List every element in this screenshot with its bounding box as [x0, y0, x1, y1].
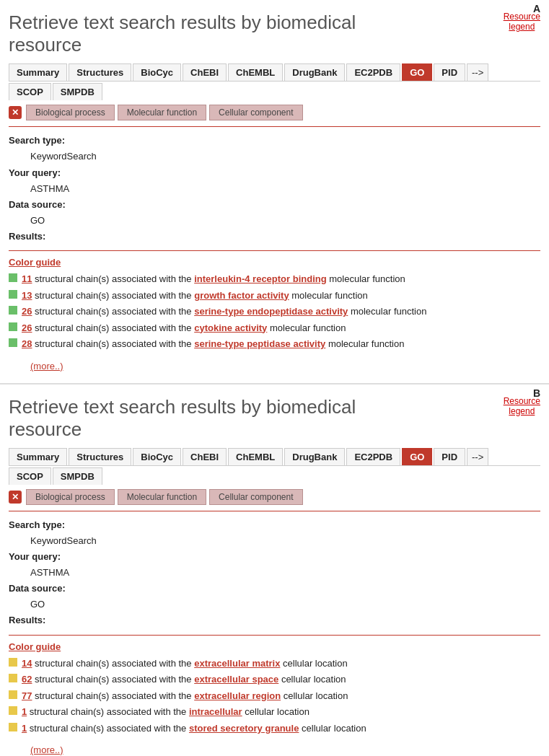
tab-bar-b: Summary Structures BioCyc ChEBI ChEMBL D… [9, 448, 540, 466]
result-count-b-1[interactable]: 62 [22, 674, 32, 685]
tab-drugbank-b[interactable]: DrugBank [284, 448, 345, 465]
result-after-a-1: molecular function [289, 290, 368, 301]
result-before-a-4: structural chain(s) associated with the [32, 338, 194, 349]
result-link-a-4[interactable]: serine-type peptidase activity [194, 338, 325, 349]
color-square-b-3 [9, 706, 17, 715]
tab-drugbank-a[interactable]: DrugBank [284, 63, 345, 81]
info-block-b: Search type: KeywordSearch Your query: A… [9, 517, 540, 629]
tab-chebi-b[interactable]: ChEBI [183, 448, 227, 465]
result-item-a-1: 13 structural chain(s) associated with t… [9, 289, 540, 303]
result-link-b-2[interactable]: extracellular region [194, 690, 281, 701]
close-subtabs-b[interactable]: ✕ [9, 491, 22, 504]
sub-tab-mol-function-b[interactable]: Molecular function [118, 489, 206, 505]
tab-go-a[interactable]: GO [402, 63, 432, 81]
sub-tab-bio-process-a[interactable]: Biological process [26, 105, 115, 120]
results-label-a: Results: [9, 231, 45, 242]
result-count-a-0[interactable]: 11 [22, 273, 32, 284]
result-after-a-3: molecular function [267, 322, 346, 333]
tab-ec2pdb-a[interactable]: EC2PDB [346, 63, 400, 81]
result-link-a-0[interactable]: interleukin-4 receptor binding [194, 273, 326, 284]
tab-chembl-b[interactable]: ChEMBL [228, 448, 283, 465]
sub-tab-mol-function-a[interactable]: Molecular function [118, 105, 206, 120]
result-link-b-1[interactable]: extracellular space [194, 674, 278, 685]
result-item-a-0: 11 structural chain(s) associated with t… [9, 272, 540, 286]
result-count-b-0[interactable]: 14 [22, 658, 32, 669]
close-subtabs-a[interactable]: ✕ [9, 106, 22, 119]
color-square-a-1 [9, 290, 17, 299]
color-square-a-2 [9, 306, 17, 315]
datasource-label-b: Data source: [9, 583, 66, 594]
divider2-b [9, 635, 540, 636]
tab-bar-row2-a: SCOP SMPDB [9, 83, 540, 100]
tab-chembl-a[interactable]: ChEMBL [228, 63, 283, 81]
tab-chebi-a[interactable]: ChEBI [183, 63, 227, 81]
tab-pid-a[interactable]: PID [434, 63, 465, 81]
tab-smpdb-b[interactable]: SMPDB [53, 467, 102, 485]
tab-go-b[interactable]: GO [402, 448, 432, 465]
result-count-a-1[interactable]: 13 [22, 290, 32, 301]
tab-pid-b[interactable]: PID [434, 448, 465, 465]
tab-arrow-b[interactable]: --> [467, 448, 488, 465]
tab-scop-b[interactable]: SCOP [9, 467, 51, 485]
divider2-a [9, 250, 540, 251]
result-after-a-2: molecular function [348, 306, 426, 317]
result-item-b-0: 14 structural chain(s) associated with t… [9, 656, 540, 671]
search-type-label-a: Search type: [9, 135, 65, 146]
tab-scop-a[interactable]: SCOP [9, 83, 51, 100]
result-item-a-4: 28 structural chain(s) associated with t… [9, 337, 540, 351]
resource-legend-b[interactable]: Resource legend [504, 396, 540, 416]
results-list-b: 14 structural chain(s) associated with t… [9, 656, 540, 736]
query-label-a: Your query: [9, 167, 61, 178]
tab-arrow-a[interactable]: --> [467, 63, 488, 81]
results-label-b: Results: [9, 615, 45, 625]
search-type-label-b: Search type: [9, 519, 65, 530]
result-before-b-2: structural chain(s) associated with the [32, 690, 194, 701]
color-guide-title-a[interactable]: Color guide [9, 257, 540, 268]
result-item-b-3: 1 structural chain(s) associated with th… [9, 705, 540, 719]
result-count-b-2[interactable]: 77 [22, 690, 32, 701]
result-after-a-4: molecular function [325, 338, 404, 349]
result-count-a-3[interactable]: 26 [22, 322, 32, 333]
tab-summary-b[interactable]: Summary [9, 448, 67, 465]
result-item-b-2: 77 structural chain(s) associated with t… [9, 689, 540, 703]
section-b: B Resource legend Retrieve text search r… [0, 383, 549, 756]
color-square-b-1 [9, 674, 17, 682]
result-text-a-2: 26 structural chain(s) associated with t… [22, 304, 540, 319]
sub-tab-bar-b: ✕ Biological process Molecular function … [9, 485, 540, 505]
sub-tab-cell-component-a[interactable]: Cellular component [209, 105, 302, 120]
color-guide-title-b[interactable]: Color guide [9, 641, 540, 652]
tab-biocyc-b[interactable]: BioCyc [133, 448, 181, 465]
color-square-a-4 [9, 338, 17, 347]
resource-legend-a[interactable]: Resource legend [504, 12, 540, 32]
tab-ec2pdb-b[interactable]: EC2PDB [346, 448, 400, 465]
result-link-b-3[interactable]: intracellular [189, 706, 242, 717]
more-link-a[interactable]: (more..) [30, 361, 63, 372]
tab-structures-a[interactable]: Structures [69, 63, 131, 81]
result-link-b-4[interactable]: stored secretory granule [189, 723, 299, 734]
results-list-a: 11 structural chain(s) associated with t… [9, 272, 540, 351]
result-link-a-1[interactable]: growth factor activity [194, 290, 289, 301]
query-value-a: ASTHMA [30, 181, 540, 197]
search-type-value-a: KeywordSearch [30, 149, 540, 164]
result-link-a-2[interactable]: serine-type endopeptidase activity [194, 306, 348, 317]
result-before-a-1: structural chain(s) associated with the [32, 290, 194, 301]
sub-tab-bio-process-b[interactable]: Biological process [26, 489, 115, 505]
more-link-b[interactable]: (more..) [30, 744, 63, 755]
result-count-a-4[interactable]: 28 [22, 338, 32, 349]
info-block-a: Search type: KeywordSearch Your query: A… [9, 133, 540, 245]
result-link-b-0[interactable]: extracellular matrix [194, 658, 280, 669]
tab-biocyc-a[interactable]: BioCyc [133, 63, 181, 81]
result-text-b-4: 1 structural chain(s) associated with th… [22, 721, 540, 736]
tab-smpdb-a[interactable]: SMPDB [53, 83, 102, 100]
result-count-a-2[interactable]: 26 [22, 306, 32, 317]
tab-structures-b[interactable]: Structures [69, 448, 131, 465]
result-item-b-1: 62 structural chain(s) associated with t… [9, 672, 540, 687]
result-after-a-0: molecular function [327, 273, 405, 284]
result-link-a-3[interactable]: cytokine activity [194, 322, 267, 333]
query-value-b: ASTHMA [30, 565, 540, 581]
color-square-b-2 [9, 690, 17, 699]
tab-summary-a[interactable]: Summary [9, 63, 67, 81]
sub-tab-cell-component-b[interactable]: Cellular component [209, 489, 302, 505]
result-item-a-2: 26 structural chain(s) associated with t… [9, 304, 540, 319]
result-before-b-4: structural chain(s) associated with the [27, 723, 189, 734]
